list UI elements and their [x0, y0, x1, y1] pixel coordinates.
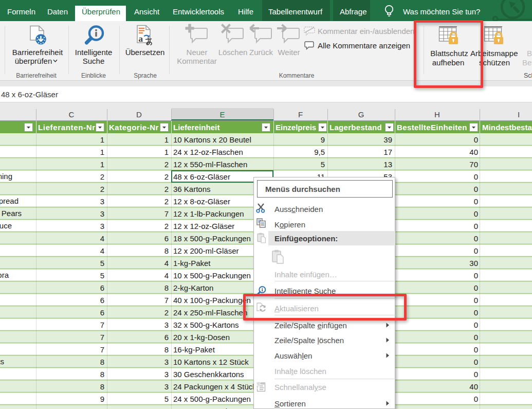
- svg-text:a: a: [139, 34, 143, 44]
